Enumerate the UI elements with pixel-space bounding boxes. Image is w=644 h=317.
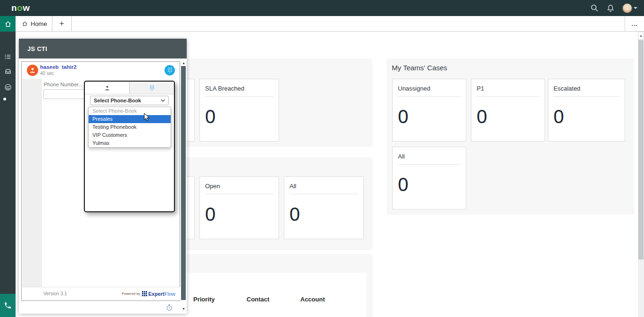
tab-dialpad[interactable]: [129, 82, 174, 94]
cti-scrollbar-thumb[interactable]: [181, 66, 186, 300]
logo-letter-o: o: [17, 3, 23, 13]
section-cases-top: SLA Breached 0: [187, 58, 372, 147]
timer-icon[interactable]: [166, 304, 173, 313]
search-icon[interactable]: [590, 4, 599, 12]
stat-card-p1[interactable]: P1 0: [471, 79, 545, 142]
cti-left-gutter: [22, 79, 42, 288]
popup-tabs: [85, 82, 174, 94]
expertflow-brand: Powered by ExpertFlow: [122, 291, 175, 297]
card-value: 0: [398, 174, 461, 195]
notification-dot: [3, 98, 6, 100]
phone-panel-button[interactable]: [0, 294, 16, 317]
now-logo[interactable]: now: [11, 3, 30, 13]
cti-footer: Version 3.1 Powered by ExpertFlow: [22, 287, 180, 300]
more-tabs-button[interactable]: …: [625, 16, 644, 31]
powered-by-label: Powered by: [122, 292, 140, 295]
chevron-down-icon: [161, 99, 165, 102]
scroll-up-icon[interactable]: ▲: [638, 32, 644, 40]
logo-letter: n: [11, 3, 17, 13]
call-duration: 40 sec: [40, 71, 54, 76]
card-label: P1: [477, 85, 539, 97]
stat-card-open[interactable]: Open 0: [199, 176, 279, 239]
section-cases-mid: Open 0 All 0: [187, 158, 372, 250]
column-header-priority[interactable]: Priority: [193, 296, 215, 303]
person-icon: [29, 67, 36, 74]
card-value: 0: [205, 106, 273, 127]
sidebar-item-home[interactable]: [0, 16, 16, 32]
chevron-down-icon: [634, 7, 637, 9]
stat-card-escalated[interactable]: Escalated 0: [548, 79, 625, 142]
card-label: Open: [205, 183, 273, 194]
version-label: Version 3.1: [43, 291, 67, 296]
new-tab-button[interactable]: +: [52, 16, 72, 31]
card-value: 0: [398, 106, 461, 127]
user-avatar: [622, 3, 632, 13]
stat-card-all[interactable]: All 0: [284, 176, 364, 239]
section-my-teams-cases: My Teams' Cases Unassigned 0 P1 0 Escala…: [387, 58, 634, 215]
sidebar-item-performance[interactable]: [0, 80, 16, 94]
expertflow-grid-icon: [142, 291, 147, 296]
phone-number-label: Phone Number...: [44, 82, 83, 87]
home-icon: [22, 21, 28, 27]
phone-icon: [4, 301, 12, 309]
phonebook-select[interactable]: Select Phone-Book: [90, 96, 169, 105]
dialpad-icon: [149, 85, 155, 91]
card-label: Unassigned: [398, 85, 461, 97]
stat-card-all-teams[interactable]: All 0: [392, 147, 466, 209]
sidebar-item-inbox[interactable]: [0, 64, 16, 78]
page-scrollbar[interactable]: ▲: [638, 32, 644, 317]
card-value: 0: [477, 106, 539, 127]
tab-home-label: Home: [31, 20, 47, 27]
phonebook-options-list: Select Phone-Book Presales Testing Phone…: [88, 107, 171, 148]
person-icon: [104, 85, 110, 91]
caller-name: haseeb tahir2: [40, 64, 76, 70]
stat-card-sla-breached[interactable]: SLA Breached 0: [199, 79, 279, 142]
option-yulmas[interactable]: Yulmas: [89, 139, 171, 147]
option-vip-customers[interactable]: VIP Customers: [89, 131, 171, 139]
section-title: My Teams' Cases: [392, 64, 447, 72]
card-label: SLA Breached: [205, 85, 273, 97]
card-value: 0: [289, 204, 358, 225]
inbox-icon: [4, 67, 12, 75]
card-value: 0: [553, 106, 619, 127]
scroll-down-icon[interactable]: ▼: [181, 306, 187, 312]
tab-contacts[interactable]: [85, 82, 129, 94]
scroll-up-icon[interactable]: ▲: [181, 60, 187, 66]
card-label: Escalated: [553, 85, 619, 97]
column-header-contact[interactable]: Contact: [247, 296, 269, 303]
dialpad-icon: [167, 67, 173, 74]
servicenow-workspace: now Home + …: [0, 0, 644, 317]
phonebook-select-value: Select Phone-Book: [94, 98, 141, 103]
card-label: All: [398, 153, 461, 165]
performance-globe-icon: [4, 83, 12, 92]
page-scrollbar-thumb[interactable]: [638, 40, 644, 259]
phonebook-popup: Select Phone-Book Select Phone-Book Pres…: [84, 81, 175, 212]
option-presales[interactable]: Presales: [89, 115, 171, 123]
cti-panel-title: JS CTI: [19, 39, 187, 58]
user-menu[interactable]: [622, 3, 637, 13]
mouse-cursor: [144, 113, 150, 123]
logo-letter: w: [23, 3, 30, 13]
brand-flow: Flow: [165, 291, 175, 297]
left-sidebar: [0, 16, 16, 317]
brand-expert: Expert: [149, 291, 165, 297]
caller-avatar: [27, 65, 38, 76]
notifications-bell-icon[interactable]: [606, 4, 615, 12]
card-value: 0: [205, 204, 273, 225]
option-select-phonebook: Select Phone-Book: [89, 107, 171, 115]
option-testing-phonebook[interactable]: Testing Phonebook: [89, 123, 171, 131]
top-bar: now: [0, 0, 644, 16]
stat-card-unassigned[interactable]: Unassigned 0: [392, 79, 466, 142]
list-icon: [4, 53, 12, 61]
home-icon: [4, 20, 12, 28]
card-label: All: [289, 183, 358, 194]
column-header-account[interactable]: Account: [300, 296, 325, 303]
section-cases-table: Priority Contact Account: [187, 254, 372, 317]
dialpad-button[interactable]: [165, 65, 175, 75]
sidebar-item-lists[interactable]: [0, 50, 16, 64]
cases-table: Priority Contact Account: [187, 273, 366, 317]
tab-home[interactable]: Home: [16, 16, 52, 31]
active-call-row: haseeb tahir2 40 sec: [22, 62, 180, 79]
tab-bar: Home + …: [16, 16, 644, 32]
